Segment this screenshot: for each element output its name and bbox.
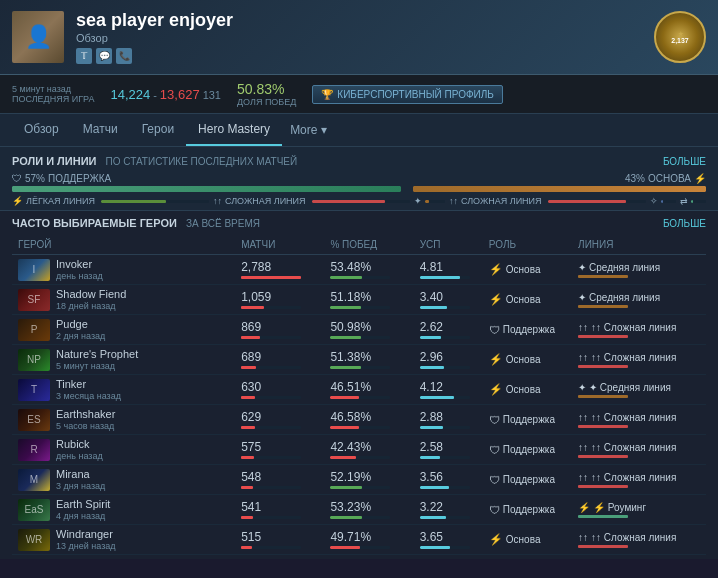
line-cell-3: ↑↑ ↑↑ Сложная линия (572, 345, 706, 375)
hero-time: день назад (56, 271, 103, 281)
winpct-stat: 50.83% ДОЛЯ ПОБЕД (237, 81, 296, 107)
twitter-icon[interactable]: 𝕋 (76, 48, 92, 64)
line-icon: ✦ (578, 382, 586, 393)
avatar-image: 👤 (12, 11, 64, 63)
table-row[interactable]: I Invoker день назад 2,788 53.48% 4.81 (12, 255, 706, 285)
heroes-more-link[interactable]: БОЛЬШЕ (663, 218, 706, 229)
matches-bar-fill (241, 336, 260, 339)
role-badge: ⚡ Основа (489, 533, 566, 546)
line-text: ↑↑ Сложная линия (591, 442, 676, 453)
roles-more-link[interactable]: БОЛЬШЕ (663, 156, 706, 167)
discord-icon[interactable]: 💬 (96, 48, 112, 64)
hero-cell-9: WR Windranger 13 дней назад (12, 525, 235, 555)
main-role-bars: 🛡 57% ПОДДЕРЖКА 43% ОСНОВА ⚡ (12, 173, 706, 192)
tab-overview[interactable]: Обзор (12, 114, 71, 146)
extra-bar (661, 200, 663, 203)
line-icon: ↑↑ (578, 442, 588, 453)
roles-title-text: РОЛИ И ЛИНИИ (12, 155, 97, 167)
tab-hero-mastery[interactable]: Hero Mastery (186, 114, 282, 146)
line-color-bar (578, 365, 628, 368)
carry-bar (413, 186, 706, 192)
role-text: Поддержка (503, 474, 555, 485)
usp-bar-bg (420, 366, 470, 369)
win-pct-bar-bg (330, 336, 390, 339)
nav-more[interactable]: More ▾ (282, 115, 335, 145)
matches-bar-bg (241, 336, 301, 339)
usp-value: 3.22 (420, 500, 477, 514)
role-icon: ⚡ (489, 263, 503, 276)
table-row[interactable]: P Pudge 2 дня назад 869 50.98% 2.62 (12, 315, 706, 345)
usp-bar-fill (420, 276, 460, 279)
support-bar (12, 186, 401, 192)
roles-section: РОЛИ И ЛИНИИ ПО СТАТИСТИКЕ ПОСЛЕДНИХ МАТ… (0, 147, 718, 211)
hero-name-group: Tinker 3 месяца назад (56, 378, 121, 401)
tab-matches[interactable]: Матчи (71, 114, 130, 146)
line-text: ↑↑ Сложная линия (591, 532, 676, 543)
rank-number: ★ 2,137 (671, 30, 689, 44)
table-row[interactable]: R Rubick день назад 575 42.43% 2.58 (12, 435, 706, 465)
usp-cell-6: 2.58 (414, 435, 483, 465)
nav-tabs: Обзор Матчи Герои Hero Mastery More ▾ (0, 114, 718, 147)
matches-cell-2: 869 (235, 315, 324, 345)
hero-icon-5: ES (18, 409, 50, 431)
role-badge: 🛡 Поддержка (489, 474, 566, 486)
roam-bar-container (691, 200, 706, 203)
matches-bar-bg (241, 396, 301, 399)
matches-value: 2,788 (241, 260, 318, 274)
winpct-cell-9: 49.71% (324, 525, 413, 555)
hero-icon-char: EaS (18, 499, 50, 521)
kyber-icon: 🏆 (321, 89, 333, 100)
kyber-profile-button[interactable]: 🏆 КИБЕРСПОРТИВНЫЙ ПРОФИЛЬ (312, 85, 503, 104)
carry-icon: ⚡ (694, 173, 706, 184)
line-color-bar (578, 335, 628, 338)
line-badge: ✦ ✦ Средняя линия (578, 382, 700, 393)
line-cell-1: ✦ Средняя линия (572, 285, 706, 315)
line-badge: ↑↑ ↑↑ Сложная линия (578, 352, 700, 363)
phone-icon[interactable]: 📞 (116, 48, 132, 64)
matches-bar-fill (241, 426, 255, 429)
usp-bar-fill (420, 426, 443, 429)
role-cell-9: ⚡ Основа (483, 525, 572, 555)
hero-time: 3 месяца назад (56, 391, 121, 401)
hero-name-group: Nature's Prophet 5 минут назад (56, 348, 138, 371)
winpct-cell-1: 51.18% (324, 285, 413, 315)
matches-bar-bg (241, 546, 301, 549)
table-row[interactable]: T Tinker 3 месяца назад 630 46.51% 4.12 (12, 375, 706, 405)
role-cell-3: ⚡ Основа (483, 345, 572, 375)
hero-icon-char: SF (18, 289, 50, 311)
hard-line1-label: СЛОЖНАЯ ЛИНИЯ (225, 196, 306, 206)
hero-icon-char: NP (18, 349, 50, 371)
line-text: ↑↑ Сложная линия (591, 412, 676, 423)
usp-bar-bg (420, 516, 470, 519)
win-pct-value: 52.19% (330, 470, 407, 484)
table-row[interactable]: NP Nature's Prophet 5 минут назад 689 51… (12, 345, 706, 375)
table-row[interactable]: ES Earthshaker 5 часов назад 629 46.58% … (12, 405, 706, 435)
line-color-bar (578, 275, 628, 278)
matches-bar-fill (241, 276, 301, 279)
table-row[interactable]: M Mirana 3 дня назад 548 52.19% 3.56 (12, 465, 706, 495)
matches-cell-7: 548 (235, 465, 324, 495)
role-cell-2: 🛡 Поддержка (483, 315, 572, 345)
hero-cell-0: I Invoker день назад (12, 255, 235, 285)
support-bar-container (12, 186, 401, 192)
tab-heroes[interactable]: Герои (130, 114, 186, 146)
usp-bar-fill (420, 396, 454, 399)
table-row[interactable]: WR Windranger 13 дней назад 515 49.71% 3… (12, 525, 706, 555)
hard-line1-bar (312, 200, 386, 203)
role-badge: 🛡 Поддержка (489, 324, 566, 336)
matches-bar-bg (241, 306, 301, 309)
line-badge: ✦ Средняя линия (578, 292, 700, 303)
line-text: Средняя линия (589, 262, 660, 273)
line-text: Средняя линия (589, 292, 660, 303)
role-icon: ⚡ (489, 533, 503, 546)
hero-name: Tinker (56, 378, 121, 390)
usp-bar-fill (420, 306, 448, 309)
matches-bar-bg (241, 366, 301, 369)
usp-bar-fill (420, 486, 449, 489)
win-pct-bar-fill (330, 396, 358, 399)
table-row[interactable]: SF Shadow Fiend 18 дней назад 1,059 51.1… (12, 285, 706, 315)
line-icon: ✦ (578, 292, 586, 303)
table-row[interactable]: EaS Earth Spirit 4 дня назад 541 53.23% … (12, 495, 706, 525)
line-color-bar (578, 545, 628, 548)
line-cell-7: ↑↑ ↑↑ Сложная линия (572, 465, 706, 495)
